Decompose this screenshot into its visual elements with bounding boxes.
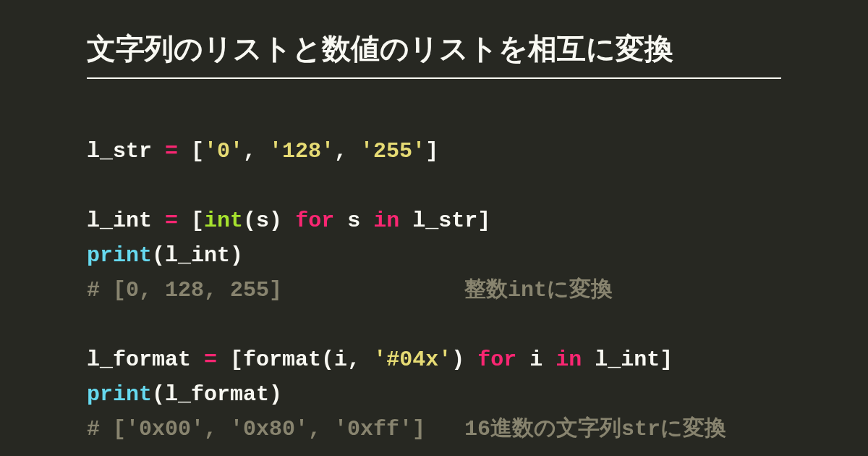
code-line-7: l_format = [format(i, '#04x') for i in l…: [87, 347, 673, 372]
code-line-3: l_int = [int(s) for s in l_str]: [87, 208, 490, 233]
content-container: 文字列のリストと数値のリストを相互に変換 l_str = ['0', '128'…: [0, 0, 868, 447]
code-line-9: # ['0x00', '0x80', '0xff'] 16進数の文字列strに変…: [87, 417, 726, 442]
code-line-8: print(l_format): [87, 382, 282, 407]
code-block: l_str = ['0', '128', '255'] l_int = [int…: [87, 99, 781, 447]
code-line-1: l_str = ['0', '128', '255']: [87, 139, 438, 164]
code-line-5: # [0, 128, 255] 整数intに変換: [87, 278, 613, 303]
page-title: 文字列のリストと数値のリストを相互に変換: [87, 29, 781, 79]
code-line-4: print(l_int): [87, 243, 243, 268]
